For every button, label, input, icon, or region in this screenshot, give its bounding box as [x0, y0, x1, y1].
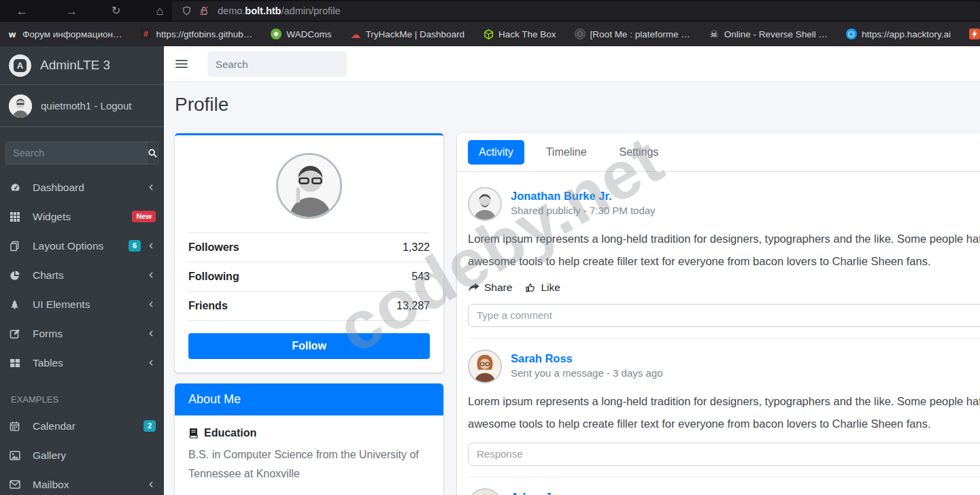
top-navbar	[164, 46, 980, 82]
bookmark-wadcoms[interactable]: WADComs	[271, 29, 331, 39]
sidebar: A AdminLTE 3 quietmoth1 - Logout Dashboa…	[0, 46, 164, 495]
sidebar-item-charts[interactable]: Charts	[0, 260, 164, 290]
avatar-jonathan	[468, 187, 502, 221]
sidebar-search	[5, 141, 158, 165]
url-text: demo.bolt.htb/admin/profile	[218, 5, 341, 16]
grid-icon	[10, 211, 23, 222]
about-me-card: About Me Education B.S. in Computer Scie…	[175, 383, 443, 495]
chevron-left-icon	[147, 329, 156, 338]
book-icon	[188, 428, 198, 439]
tab-timeline[interactable]: Timeline	[535, 140, 598, 165]
profile-column: Followers1,322 Following543 Friends13,28…	[175, 133, 443, 495]
post-author-link[interactable]: Adam Jones	[511, 491, 643, 495]
user-logout-link[interactable]: quietmoth1 - Logout	[41, 100, 131, 112]
hamburger-menu-icon[interactable]	[175, 60, 188, 69]
bookmark-tryhackme[interactable]: ☁TryHackMe | Dashboard	[350, 29, 465, 39]
profile-card: Followers1,322 Following543 Friends13,28…	[175, 133, 443, 373]
brand-link[interactable]: A AdminLTE 3	[0, 46, 164, 85]
stat-following: Following543	[188, 262, 430, 292]
brand-title: AdminLTE 3	[40, 58, 110, 73]
browser-toolbar: ← → ↻ ⌂ demo.bolt.htb/admin/profile	[0, 0, 980, 22]
forward-icon[interactable]: →	[66, 5, 78, 17]
sidebar-item-tables[interactable]: Tables	[0, 348, 164, 377]
comment-input[interactable]	[468, 304, 980, 327]
sidebar-item-widgets[interactable]: Widgets New	[0, 202, 164, 231]
reload-icon[interactable]: ↻	[112, 5, 120, 16]
shield-icon[interactable]	[182, 5, 192, 16]
share-link[interactable]: Share	[468, 281, 512, 294]
navbar-search-input[interactable]	[216, 58, 351, 70]
chevron-left-icon	[147, 183, 156, 192]
thumbs-up-icon	[525, 282, 536, 293]
education-text: B.S. in Computer Science from the Univer…	[188, 445, 430, 483]
response-input[interactable]	[468, 443, 980, 466]
new-badge: New	[132, 211, 156, 222]
orange-bolt-icon	[969, 29, 980, 39]
w-letter-icon: w	[7, 29, 18, 39]
image-icon	[10, 450, 23, 461]
url-bar[interactable]: demo.bolt.htb/admin/profile	[172, 1, 980, 20]
post-jonathan: Jonathan Burke Jr. Shared publicly - 7:3…	[468, 176, 980, 339]
post-meta: Shared publicly - 7:30 PM today	[511, 205, 656, 216]
stat-followers: Followers1,322	[188, 233, 430, 262]
sidebar-item-ui-elements[interactable]: UI Elements	[0, 290, 164, 319]
chevron-left-icon	[147, 241, 156, 250]
sidebar-search-button[interactable]	[147, 142, 158, 164]
bookmark-gtfobins[interactable]: #https://gtfobins.github…	[140, 29, 252, 39]
avatar-sarah	[468, 349, 502, 383]
home-icon[interactable]: ⌂	[156, 5, 163, 17]
page-title: Profile	[175, 94, 969, 116]
activity-card: Activity Timeline Settings Jonathan Burk…	[457, 133, 980, 495]
sidebar-item-gallery[interactable]: Gallery	[0, 441, 164, 470]
post-text: Lorem ipsum represents a long-held tradi…	[468, 394, 980, 432]
navbar-search	[207, 51, 347, 77]
insecure-lock-icon[interactable]	[199, 5, 209, 16]
green-cube-icon	[483, 29, 494, 39]
user-panel: quietmoth1 - Logout	[0, 85, 164, 127]
tachometer-icon	[10, 182, 23, 193]
like-link[interactable]: Like	[525, 281, 560, 294]
education-heading: Education	[188, 427, 430, 439]
post-author-link[interactable]: Jonathan Burke Jr.	[511, 190, 656, 203]
sidebar-search-input[interactable]	[6, 142, 147, 164]
activity-column: Activity Timeline Settings Jonathan Burk…	[457, 133, 980, 495]
sidebar-menu: Dashboard Widgets New Layout Options 6 C…	[0, 173, 164, 495]
bookmark-hackthebox[interactable]: Hack The Box	[483, 29, 556, 39]
copy-icon	[10, 241, 23, 252]
bookmark-bolt-dashboard[interactable]: Dashbo	[969, 29, 980, 39]
tab-settings[interactable]: Settings	[609, 140, 670, 165]
about-me-title: About Me	[175, 383, 443, 415]
pie-chart-icon	[10, 270, 23, 281]
chevron-left-icon	[147, 480, 156, 489]
sidebar-item-forms[interactable]: Forms	[0, 319, 164, 348]
bookmark-codeby-forum[interactable]: wФорум информацион…	[7, 29, 122, 39]
back-icon[interactable]: ←	[16, 5, 28, 17]
edit-icon	[10, 328, 23, 339]
calendar-icon	[10, 421, 23, 432]
avatar-adam	[468, 488, 502, 495]
profile-avatar	[276, 153, 342, 219]
post-meta: Sent you a message - 3 days ago	[511, 367, 662, 379]
sidebar-item-layout-options[interactable]: Layout Options 6	[0, 231, 164, 260]
bookmark-hacktory[interactable]: https://app.hacktory.ai	[846, 29, 951, 39]
bookmark-reverse-shell[interactable]: ☠Online - Reverse Shell …	[709, 29, 828, 39]
count-badge: 2	[143, 420, 156, 432]
bookmark-rootme[interactable]: [Root Me : plateforme …	[575, 29, 690, 39]
main-content: Profile Followers1,322 Following543 Frie…	[164, 46, 980, 495]
share-icon	[468, 282, 479, 292]
post-sarah: Sarah Ross Sent you a message - 3 days a…	[468, 339, 980, 477]
red-hash-icon: #	[140, 29, 151, 39]
stat-friends: Friends13,287	[188, 292, 430, 321]
sidebar-item-calendar[interactable]: Calendar 2	[0, 411, 164, 441]
chevron-left-icon	[147, 358, 156, 367]
tab-activity[interactable]: Activity	[468, 140, 524, 165]
count-badge: 6	[129, 240, 141, 252]
tree-icon	[10, 299, 23, 310]
post-author-link[interactable]: Sarah Ross	[511, 352, 662, 365]
follow-button[interactable]: Follow	[188, 333, 430, 359]
dark-circle-icon	[575, 29, 586, 39]
post-text: Lorem ipsum represents a long-held tradi…	[468, 231, 980, 270]
green-circle-icon	[271, 29, 282, 39]
sidebar-item-mailbox[interactable]: Mailbox	[0, 470, 164, 495]
sidebar-item-dashboard[interactable]: Dashboard	[0, 173, 164, 202]
